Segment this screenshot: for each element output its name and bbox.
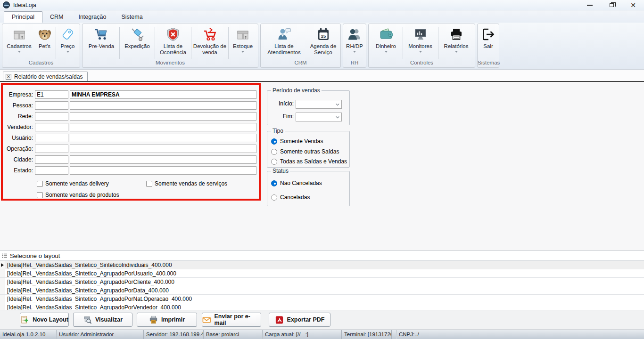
ribbon-group-crm: Lista de Atendimentos 25 Agenda de Servi… bbox=[260, 24, 341, 68]
ribbon-button-monitores[interactable]: Monitores bbox=[404, 24, 437, 60]
estado-desc-input[interactable] bbox=[70, 166, 256, 175]
vendedor-desc-input[interactable] bbox=[70, 123, 256, 131]
tab-principal[interactable]: Principal bbox=[4, 11, 42, 23]
estado-code-input[interactable] bbox=[35, 166, 68, 175]
ribbon-button-prevenda[interactable]: Pre-Venda bbox=[84, 24, 118, 60]
close-button[interactable]: ✕ bbox=[622, 0, 644, 10]
pdf-icon bbox=[275, 315, 284, 324]
row-gutter bbox=[0, 303, 5, 310]
button-label: Novo Layout bbox=[33, 316, 68, 323]
ribbon-group-movimentos: Pre-Venda Expedição Lista de Ocorrência … bbox=[82, 24, 258, 68]
ribbon-button-relatorios[interactable]: Relatórios bbox=[439, 24, 473, 60]
ribbon-button-agenda[interactable]: 25 Agenda de Serviço bbox=[307, 24, 340, 60]
operacao-desc-input[interactable] bbox=[70, 145, 256, 153]
report-filter-panel: Empresa: Pessoa: Rede: Vendedor: Usuário… bbox=[0, 82, 644, 250]
ribbon-group-sistemas: Sair Sistemas bbox=[477, 24, 499, 68]
layout-row[interactable]: [Ideia]Rel._VendasSaidas_Sintetico_Agrup… bbox=[0, 278, 644, 286]
tab-sistema[interactable]: Sistema bbox=[114, 12, 150, 23]
enviar-email-button[interactable]: Enviar por e-mail bbox=[202, 313, 261, 327]
field-label-empresa: Empresa: bbox=[0, 91, 33, 98]
shopping-cart-icon bbox=[93, 26, 109, 42]
usuario-code-input[interactable] bbox=[35, 134, 68, 142]
pessoa-desc-input[interactable] bbox=[70, 101, 256, 110]
ribbon-button-dinheiro[interactable]: Dinheiro bbox=[371, 24, 402, 60]
rede-code-input[interactable] bbox=[35, 112, 68, 121]
minimize-button[interactable] bbox=[579, 0, 601, 10]
imprimir-button[interactable]: Imprimir bbox=[137, 313, 197, 327]
usuario-desc-input[interactable] bbox=[70, 134, 256, 142]
layout-row[interactable]: [Ideia]Rel._VendasSaidas_Sintetico_Agrup… bbox=[0, 286, 644, 295]
tab-crm[interactable]: CRM bbox=[42, 12, 71, 23]
window-title: IdeiaLoja bbox=[13, 2, 36, 8]
radio-todas-saidas-vendas[interactable]: Todas as Saídas e Vendas bbox=[271, 158, 347, 165]
chevron-down-icon bbox=[18, 51, 21, 53]
ribbon-group-label: RH bbox=[343, 60, 366, 67]
inicio-label: Início: bbox=[271, 100, 294, 107]
ribbon-button-sair[interactable]: Sair bbox=[478, 24, 499, 60]
layout-list-title: Selecione o layout bbox=[10, 252, 60, 259]
minimize-icon bbox=[587, 5, 593, 6]
button-label: Imprimir bbox=[161, 316, 185, 323]
layout-row-text: [Ideia]Rel._VendasSaidas_Sintetico_Agrup… bbox=[5, 286, 169, 294]
checkbox-somente-vendas-delivery[interactable]: Somente vendas delivery bbox=[37, 180, 109, 187]
field-label-estado: Estado: bbox=[0, 167, 33, 174]
ribbon-separator bbox=[155, 27, 155, 59]
checkbox-icon bbox=[146, 181, 152, 187]
tab-integracao[interactable]: Integração bbox=[71, 12, 114, 23]
close-icon: ✕ bbox=[630, 2, 636, 8]
layout-row[interactable]: [Ideia]Rel._VendasSaidas_Sintetico_Sinte… bbox=[0, 261, 644, 269]
list-icon bbox=[2, 253, 8, 258]
ribbon-button-estoque[interactable]: Estoque bbox=[230, 24, 256, 60]
inicio-dropdown[interactable] bbox=[296, 100, 342, 109]
ribbon-button-preco[interactable]: Preço bbox=[57, 24, 79, 60]
layout-row[interactable]: [Ideia]Rel._VendasSaidas_Sintetico_Agrup… bbox=[0, 295, 644, 303]
groupbox-status: Status Não Canceladas Canceladas bbox=[267, 171, 350, 206]
radio-somente-outras-saidas[interactable]: Somente outras Saídas bbox=[271, 148, 339, 155]
cidade-desc-input[interactable] bbox=[70, 155, 256, 164]
tab-close-icon[interactable]: ✕ bbox=[6, 74, 11, 80]
ribbon-button-label: Relatórios bbox=[444, 43, 469, 49]
field-label-rede: Rede: bbox=[0, 113, 33, 120]
fim-dropdown[interactable] bbox=[296, 113, 342, 121]
checkbox-somente-vendas-produtos[interactable]: Somente vendas de produtos bbox=[37, 192, 119, 198]
ribbon-separator bbox=[228, 27, 229, 59]
radio-canceladas[interactable]: Canceladas bbox=[271, 194, 310, 201]
alert-shield-icon bbox=[165, 26, 181, 42]
ribbon-button-label: Devolução de venda bbox=[192, 43, 227, 55]
empresa-desc-input[interactable] bbox=[70, 90, 256, 99]
radio-somente-vendas[interactable]: Somente Vendas bbox=[271, 138, 323, 145]
operacao-code-input[interactable] bbox=[35, 145, 68, 153]
layout-row-text: [Ideia]Rel._VendasSaidas_Sintetico_Agrup… bbox=[5, 295, 192, 303]
row-gutter bbox=[0, 278, 5, 286]
layout-row[interactable]: [Ideia]Rel._VendasSaidas_Sintetico_Agrup… bbox=[0, 269, 644, 278]
status-carga-atual: Carga atual: [// - :] bbox=[263, 330, 342, 339]
fim-label: Fim: bbox=[271, 113, 294, 120]
cidade-code-input[interactable] bbox=[35, 155, 68, 164]
radio-icon bbox=[271, 149, 277, 155]
ribbon-group-label: Sistemas bbox=[478, 60, 499, 67]
document-tab-relatorio-vendas[interactable]: ✕ Relatório de vendas/saídas bbox=[3, 72, 88, 81]
exportar-pdf-button[interactable]: Exportar PDF bbox=[269, 313, 330, 327]
ribbon-button-devolucao[interactable]: Devolução de venda bbox=[192, 24, 227, 60]
rede-desc-input[interactable] bbox=[70, 112, 256, 121]
pessoa-code-input[interactable] bbox=[35, 101, 68, 110]
ribbon-button-lista-ocorrencia[interactable]: Lista de Ocorrência bbox=[156, 24, 190, 60]
visualizar-button[interactable]: Visualizar bbox=[73, 313, 132, 327]
chevron-down-icon bbox=[336, 115, 339, 119]
novo-layout-button[interactable]: Novo Layout bbox=[20, 313, 69, 327]
maximize-button[interactable] bbox=[601, 0, 622, 10]
radio-icon bbox=[271, 138, 277, 145]
ribbon-button-lista-atendimentos[interactable]: Lista de Atendimentos bbox=[262, 24, 307, 60]
checkbox-somente-vendas-servicos[interactable]: Somente vendas de serviços bbox=[146, 180, 227, 187]
ribbon-button-rhdp[interactable]: RH/DP bbox=[343, 24, 366, 60]
layout-row[interactable]: [Ideia]Rel._VendasSaidas_Sintetico_Agrup… bbox=[0, 303, 644, 310]
monitor-chart-icon bbox=[413, 26, 429, 42]
ribbon-button-expedicao[interactable]: Expedição bbox=[121, 24, 154, 60]
vendedor-code-input[interactable] bbox=[35, 123, 68, 131]
ribbon-button-pets[interactable]: Pet's bbox=[35, 24, 55, 60]
ribbon-button-cadastros[interactable]: Cadastros bbox=[4, 24, 35, 60]
field-label-pessoa: Pessoa: bbox=[0, 102, 33, 109]
action-button-bar: Novo Layout Visualizar Imprimir Enviar p… bbox=[0, 310, 644, 330]
radio-nao-canceladas[interactable]: Não Canceladas bbox=[271, 180, 322, 186]
empresa-code-input[interactable] bbox=[35, 90, 68, 99]
